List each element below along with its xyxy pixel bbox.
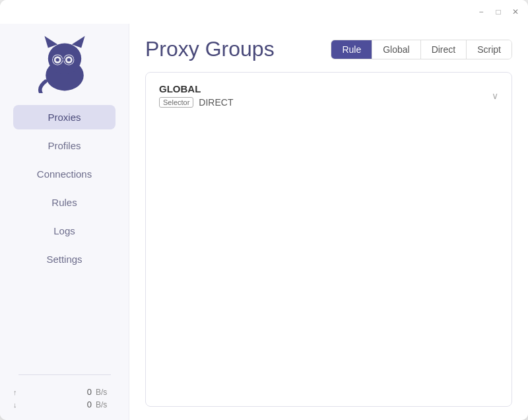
content-header: Proxy Groups Rule Global Direct Script <box>145 37 512 61</box>
upload-speed-value: 0 <box>26 387 92 397</box>
app-window: − □ ✕ <box>0 0 528 420</box>
maximize-button[interactable]: □ <box>494 7 503 17</box>
mode-tabs: Rule Global Direct Script <box>331 40 512 59</box>
close-button[interactable]: ✕ <box>511 7 520 17</box>
minimize-button[interactable]: − <box>477 7 486 17</box>
cat-logo <box>35 34 94 93</box>
logo-container <box>32 30 98 96</box>
type-badge: Selector <box>159 97 193 108</box>
proxy-group-value: DIRECT <box>199 97 233 108</box>
download-arrow-icon: ↓ <box>13 401 22 409</box>
download-speed-unit: B/s <box>96 400 116 409</box>
sidebar-item-proxies[interactable]: Proxies <box>13 105 116 129</box>
tab-global[interactable]: Global <box>372 40 420 59</box>
proxy-group-info: GLOBAL Selector DIRECT <box>159 83 233 108</box>
sidebar-item-logs[interactable]: Logs <box>13 219 116 243</box>
nav-items: Proxies Profiles Connections Rules Logs … <box>0 103 129 368</box>
download-speed-row: ↓ 0 B/s <box>13 400 116 409</box>
content-area: Proxy Groups Rule Global Direct Script G… <box>129 24 528 420</box>
upload-speed-unit: B/s <box>96 388 116 397</box>
proxy-group-name: GLOBAL <box>159 83 233 94</box>
proxy-group-item[interactable]: GLOBAL Selector DIRECT ∨ <box>146 73 512 118</box>
sidebar: Proxies Profiles Connections Rules Logs … <box>0 24 129 420</box>
proxy-group-type-row: Selector DIRECT <box>159 97 233 108</box>
sidebar-item-connections[interactable]: Connections <box>13 162 116 186</box>
svg-point-9 <box>67 58 70 61</box>
titlebar: − □ ✕ <box>0 0 528 24</box>
upload-speed-row: ↑ 0 B/s <box>13 387 116 397</box>
speed-display: ↑ 0 B/s ↓ 0 B/s <box>0 382 129 420</box>
main-layout: Proxies Profiles Connections Rules Logs … <box>0 24 528 420</box>
svg-point-6 <box>55 58 59 61</box>
page-title: Proxy Groups <box>145 37 275 61</box>
download-speed-value: 0 <box>26 400 92 409</box>
tab-rule[interactable]: Rule <box>331 40 372 59</box>
sidebar-item-rules[interactable]: Rules <box>13 190 116 215</box>
proxy-group-list[interactable]: GLOBAL Selector DIRECT ∨ <box>145 72 512 407</box>
expand-icon: ∨ <box>492 90 498 101</box>
tab-direct[interactable]: Direct <box>421 40 467 59</box>
sidebar-item-settings[interactable]: Settings <box>13 247 116 271</box>
upload-arrow-icon: ↑ <box>13 388 22 396</box>
sidebar-item-profiles[interactable]: Profiles <box>13 133 116 158</box>
sidebar-divider <box>18 374 111 375</box>
tab-script[interactable]: Script <box>467 40 512 59</box>
